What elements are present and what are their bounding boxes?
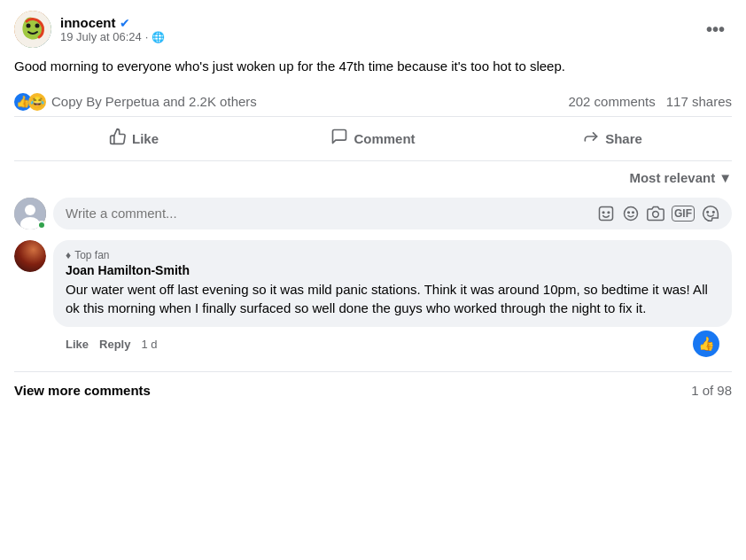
sort-label: Most relevant: [629, 170, 715, 185]
emoji-btn[interactable]: [622, 205, 640, 222]
svg-point-11: [633, 211, 634, 213]
comment-input-row: GIF: [14, 192, 732, 240]
share-label: Share: [605, 131, 642, 146]
author-avatar-img: [14, 11, 51, 48]
comment-icon: [330, 128, 348, 150]
svg-point-14: [713, 211, 715, 213]
svg-point-7: [602, 211, 604, 213]
author-name-row: innocent ✔: [60, 15, 165, 30]
post-date: 19 July at 06:24: [60, 30, 142, 43]
svg-point-4: [25, 205, 35, 215]
comment-like-circle: 👍: [693, 331, 719, 357]
comment-like-btn[interactable]: Like: [66, 338, 89, 351]
post-header: innocent ✔ 19 July at 06:24 · 🌐 •••: [14, 11, 732, 48]
comment-avatar-img: [14, 240, 46, 272]
comment-label: Comment: [354, 131, 415, 146]
comment-section: ♦ Top fan Joan Hamilton-Smith Our water …: [14, 240, 732, 372]
comment-input-icons: GIF: [597, 205, 719, 222]
author-name[interactable]: innocent: [60, 15, 116, 30]
top-fan-diamond-icon: ♦: [66, 249, 71, 261]
comment-actions-row: Like Reply 1 d 👍: [53, 327, 732, 357]
author-avatar: [14, 11, 51, 48]
svg-point-10: [628, 211, 630, 213]
svg-point-12: [653, 211, 659, 217]
author-info: innocent ✔ 19 July at 06:24 · 🌐: [60, 15, 165, 43]
sticker-btn[interactable]: [702, 205, 719, 222]
sort-chevron-icon: ▼: [719, 170, 732, 185]
haha-emoji: 😂: [28, 93, 46, 111]
reactions-row: 👍 😂 Copy By Perpetua and 2.2K others 202…: [14, 88, 732, 117]
like-label: Like: [132, 131, 159, 146]
reaction-emojis: 👍 😂: [14, 93, 46, 111]
comments-count[interactable]: 202 comments: [568, 94, 655, 109]
more-options-button[interactable]: •••: [699, 16, 732, 43]
emoji-sticker-btn[interactable]: [597, 205, 615, 222]
sort-row: Most relevant ▼: [14, 161, 732, 192]
svg-point-9: [625, 206, 638, 220]
comment-reply-btn[interactable]: Reply: [99, 338, 130, 351]
separator: ·: [145, 30, 149, 43]
view-more-row: View more comments 1 of 98: [14, 371, 732, 405]
post-content: Good morning to everyone who's just woke…: [14, 57, 732, 77]
top-fan-row: ♦ Top fan: [66, 249, 719, 261]
like-icon: [109, 128, 127, 150]
action-buttons: Like Comment Share: [14, 117, 732, 161]
comment-bubble-wrap: ♦ Top fan Joan Hamilton-Smith Our water …: [53, 240, 732, 358]
comment-input[interactable]: [66, 206, 590, 221]
view-more-button[interactable]: View more comments: [14, 383, 151, 398]
comment-item: ♦ Top fan Joan Hamilton-Smith Our water …: [14, 240, 732, 358]
like-button[interactable]: Like: [14, 121, 253, 157]
camera-btn[interactable]: [647, 205, 664, 222]
svg-point-13: [707, 211, 709, 213]
comment-bubble: ♦ Top fan Joan Hamilton-Smith Our water …: [53, 240, 732, 328]
privacy-globe-icon: 🌐: [152, 31, 165, 43]
comment-button[interactable]: Comment: [253, 121, 493, 157]
post-header-left: innocent ✔ 19 July at 06:24 · 🌐: [14, 11, 165, 48]
comment-time: 1 d: [141, 338, 157, 351]
commenter-avatar: [14, 198, 46, 229]
shares-count[interactable]: 117 shares: [666, 94, 732, 109]
svg-point-8: [608, 211, 610, 213]
comment-text: Our water went off last evening so it wa…: [66, 280, 719, 319]
svg-point-1: [27, 24, 31, 28]
like-circle-button[interactable]: 👍: [693, 331, 719, 357]
page-count: 1 of 98: [691, 383, 732, 398]
reactions-text: Copy By Perpetua and 2.2K others: [51, 94, 257, 109]
comment-author-name[interactable]: Joan Hamilton-Smith: [66, 263, 719, 277]
gif-btn[interactable]: GIF: [672, 206, 695, 222]
reactions-right: 202 comments 117 shares: [568, 94, 732, 109]
comment-avatar: [14, 240, 46, 272]
sort-button[interactable]: Most relevant ▼: [629, 170, 732, 185]
online-dot: [37, 221, 46, 229]
verified-badge-icon: ✔: [120, 16, 130, 30]
gif-label: GIF: [672, 206, 695, 222]
reactions-left: 👍 😂 Copy By Perpetua and 2.2K others: [14, 93, 257, 111]
share-icon: [582, 128, 600, 150]
post-meta: 19 July at 06:24 · 🌐: [60, 30, 165, 43]
svg-point-2: [35, 24, 40, 28]
post-container: innocent ✔ 19 July at 06:24 · 🌐 ••• Good…: [0, 0, 746, 405]
svg-rect-6: [600, 206, 613, 220]
top-fan-label: Top fan: [74, 249, 109, 261]
share-button[interactable]: Share: [493, 121, 732, 157]
comment-input-wrapper: GIF: [53, 198, 732, 229]
